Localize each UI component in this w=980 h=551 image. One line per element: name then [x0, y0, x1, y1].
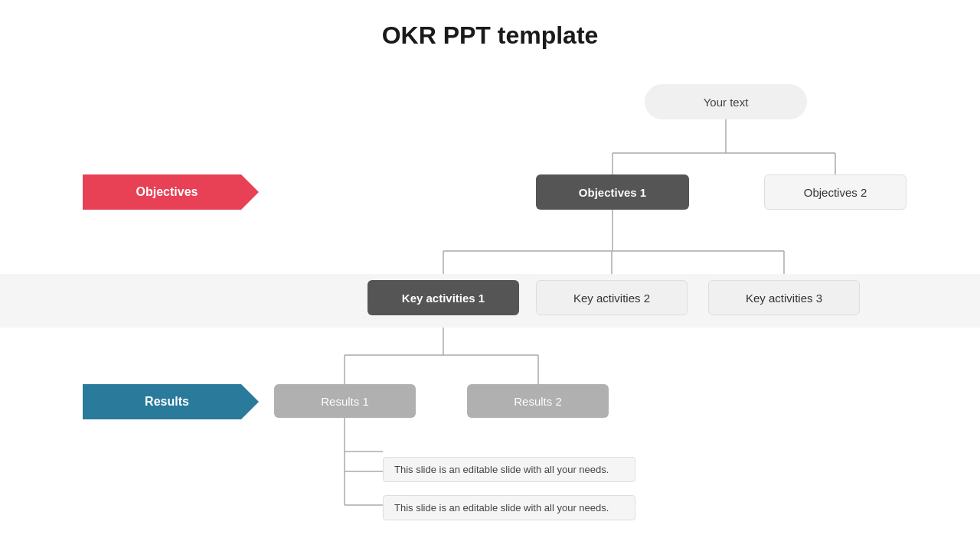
arrow-results: Results: [83, 384, 259, 419]
page-title: OKR PPT template: [0, 0, 980, 50]
text-box-1: This slide is an editable slide with all…: [383, 457, 635, 482]
text-box-2: This slide is an editable slide with all…: [383, 495, 635, 520]
key-activities-2-node: Key activities 2: [536, 280, 688, 315]
arrow-objectives: Objectives: [83, 174, 259, 210]
key-activities-3-node: Key activities 3: [708, 280, 860, 315]
objectives-2-node: Objectives 2: [764, 174, 906, 210]
objectives-1-node: Objectives 1: [536, 174, 689, 210]
key-activities-1-node: Key activities 1: [368, 280, 519, 315]
your-text-node: Your text: [645, 84, 807, 119]
results-1-node: Results 1: [274, 384, 416, 418]
results-2-node: Results 2: [467, 384, 609, 418]
